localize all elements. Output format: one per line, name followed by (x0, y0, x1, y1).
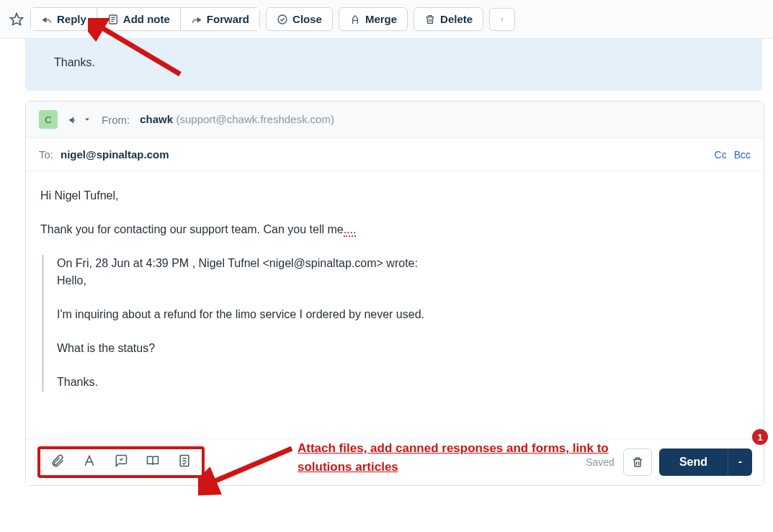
from-email: (support@chawk.freshdesk.com) (176, 113, 334, 125)
quote-thanks: Thanks. (57, 374, 749, 392)
quote-header: On Fri, 28 Jun at 4:39 PM , Nigel Tufnel… (57, 257, 418, 269)
notification-badge[interactable]: 1 (752, 429, 768, 445)
note-icon (107, 14, 119, 25)
quote-hello: Hello, (57, 274, 86, 287)
svg-point-5 (278, 15, 287, 24)
solutions-icon[interactable] (146, 454, 160, 471)
svg-point-7 (502, 19, 503, 19)
add-note-label: Add note (123, 13, 170, 25)
reply-label: Reply (57, 13, 86, 25)
merge-button[interactable]: Merge (339, 7, 408, 31)
composer-header: C From: chawk (support@chawk.freshdesk.c… (26, 102, 764, 138)
add-note-button[interactable]: Add note (97, 8, 180, 30)
to-field[interactable]: nigel@spinaltap.com (61, 148, 169, 161)
message-body[interactable]: Hi Nigel Tufnel, Thank you for contactin… (26, 171, 764, 438)
forward-label: Forward (207, 13, 249, 25)
cc-button[interactable]: Cc (715, 149, 727, 161)
text-format-icon[interactable] (82, 454, 97, 471)
reply-mode-dropdown[interactable] (68, 113, 91, 126)
send-options-button[interactable] (728, 448, 752, 476)
body-greeting: Hi Nigel Tufnel, (40, 187, 749, 205)
merge-icon (349, 14, 361, 25)
delete-label: Delete (440, 13, 473, 25)
trash-icon (424, 14, 436, 25)
quote-inquiry: I'm inquiring about a refund for the lim… (57, 306, 749, 324)
forward-button[interactable]: Forward (180, 8, 259, 30)
svg-point-8 (502, 20, 503, 21)
bcc-button[interactable]: Bcc (734, 149, 751, 161)
more-button[interactable] (489, 8, 515, 31)
trash-icon (631, 456, 644, 469)
forward-icon (191, 14, 202, 25)
send-button[interactable]: Send (659, 448, 728, 476)
avatar: C (39, 110, 58, 129)
editor-toolbar (37, 446, 205, 478)
quoted-text: On Fri, 28 Jun at 4:39 PM , Nigel Tufnel… (42, 255, 749, 392)
quote-status: What is the status? (57, 340, 749, 358)
reply-icon (41, 14, 53, 25)
svg-marker-0 (11, 13, 23, 24)
merge-label: Merge (365, 13, 397, 25)
from-name: chawk (140, 113, 173, 125)
svg-point-6 (502, 17, 503, 18)
attach-icon[interactable] (50, 454, 65, 471)
from-label: From: (102, 114, 130, 126)
send-group: Send (659, 448, 752, 476)
previous-message: Thanks. (25, 39, 762, 91)
toolbar: Reply Add note Forward Close Merge Delet… (0, 0, 773, 39)
close-button[interactable]: Close (266, 7, 333, 31)
reply-group: Reply Add note Forward (30, 7, 260, 31)
composer-footer: Saved Send (26, 438, 764, 485)
reply-button[interactable]: Reply (31, 8, 97, 30)
to-label: To: (39, 148, 53, 161)
reply-composer: C From: chawk (support@chawk.freshdesk.c… (25, 101, 764, 486)
star-icon[interactable] (9, 12, 24, 27)
to-row: To: nigel@spinaltap.com Cc Bcc (26, 138, 764, 171)
close-icon (277, 14, 288, 25)
body-line: Thank you for contacting our support tea… (40, 221, 749, 239)
saved-status: Saved (586, 456, 615, 468)
prev-message-text: Thanks. (54, 56, 95, 68)
more-vertical-icon (500, 14, 504, 25)
canned-response-icon[interactable] (114, 454, 128, 471)
delete-button[interactable]: Delete (414, 7, 483, 31)
discard-button[interactable] (623, 448, 652, 476)
close-label: Close (292, 13, 322, 25)
form-icon[interactable] (177, 454, 192, 471)
